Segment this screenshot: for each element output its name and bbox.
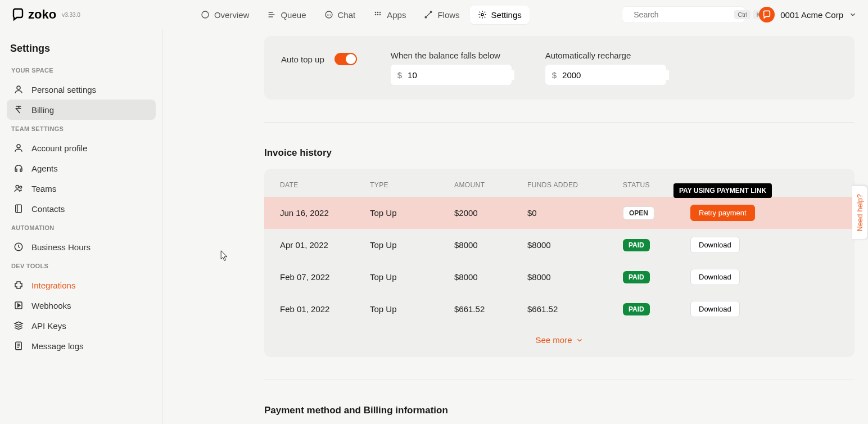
sidebar-item-personal-settings[interactable]: Personal settings	[7, 79, 156, 100]
svg-point-12	[17, 86, 20, 89]
retry-payment-button[interactable]: Retry payment	[690, 205, 755, 221]
nav-apps-label: Apps	[387, 10, 406, 20]
table-row: Jun 16, 2022Top Up$2000$0OPENPAY USING P…	[264, 197, 855, 229]
sidebar-label: Personal settings	[31, 85, 96, 94]
sidebar-item-teams[interactable]: Teams	[7, 178, 156, 199]
download-button[interactable]: Download	[690, 237, 740, 253]
nav-queue[interactable]: Queue	[259, 6, 314, 24]
cell-type: Top Up	[370, 272, 454, 282]
group-your-space: YOUR SPACE	[11, 67, 151, 74]
sidebar-item-integrations[interactable]: Integrations	[7, 275, 156, 295]
group-dev-tools: DEV TOOLS	[11, 263, 151, 269]
sidebar-item-contacts[interactable]: Contacts	[7, 199, 156, 219]
cell-action: Download	[690, 301, 839, 317]
col-date: DATE	[280, 181, 370, 189]
see-more-label: See more	[535, 335, 572, 345]
table-row: Feb 07, 2022Top Up$8000$8000PAIDDownload	[264, 261, 855, 293]
nav-queue-label: Queue	[281, 10, 306, 20]
main-content: Auto top up When the balance falls below…	[163, 29, 868, 424]
sidebar-label: Business Hours	[31, 242, 91, 252]
sidebar-label: Account profile	[31, 143, 87, 153]
threshold-input[interactable]	[408, 70, 514, 80]
sidebar-label: Teams	[31, 184, 56, 193]
invoice-table: DATE TYPE AMOUNT FUNDS ADDED STATUS INVO…	[264, 169, 855, 357]
cell-amount: $8000	[454, 240, 527, 250]
svg-point-0	[202, 11, 209, 18]
sidebar-label: Integrations	[31, 281, 75, 290]
svg-point-6	[377, 14, 379, 16]
cell-date: Apr 01, 2022	[280, 240, 370, 250]
nav-flows[interactable]: Flows	[416, 6, 467, 24]
svg-point-13	[17, 145, 20, 148]
cell-date: Jun 16, 2022	[280, 208, 370, 218]
cell-amount: $661.52	[454, 304, 527, 314]
play-square-icon	[13, 300, 24, 310]
need-help-tab[interactable]: Need help?	[852, 186, 868, 240]
auto-topup-label: Auto top up	[281, 55, 324, 64]
recharge-label: Automatically recharge	[545, 51, 666, 60]
recharge-input-wrap[interactable]: $	[545, 65, 666, 85]
brand-name: zoko	[28, 7, 56, 22]
search-box[interactable]: Ctrl K	[622, 6, 745, 23]
sidebar-item-agents[interactable]: Agents	[7, 158, 156, 178]
see-more-link[interactable]: See more	[264, 325, 855, 347]
cell-funds: $8000	[527, 272, 623, 282]
auto-topup-toggle[interactable]	[334, 53, 357, 65]
brand-logo[interactable]: zoko v3.33.0	[11, 7, 80, 22]
threshold-input-wrap[interactable]: $	[391, 65, 512, 85]
svg-point-4	[379, 12, 381, 13]
payment-section-title: Payment method and Billing information	[264, 405, 855, 416]
nav-settings[interactable]: Settings	[470, 6, 530, 24]
chat-bubble-icon	[762, 10, 771, 19]
sidebar-label: Webhooks	[31, 301, 71, 310]
cell-amount: $8000	[454, 272, 527, 282]
sidebar-label: API Keys	[31, 321, 66, 331]
settings-sidebar: Settings YOUR SPACE Personal settings Bi…	[0, 29, 163, 424]
search-input[interactable]	[634, 10, 732, 19]
download-button[interactable]: Download	[690, 269, 740, 285]
chevron-down-icon	[576, 336, 584, 344]
tooltip: PAY USING PAYMENT LINK	[673, 183, 772, 198]
nav-apps[interactable]: Apps	[365, 6, 414, 24]
svg-point-2	[375, 12, 377, 13]
sidebar-item-message-logs[interactable]: Message logs	[7, 336, 156, 356]
svg-point-5	[375, 14, 377, 16]
auto-topup-panel: Auto top up When the balance falls below…	[264, 36, 855, 100]
svg-point-15	[20, 186, 22, 188]
cell-funds: $8000	[527, 240, 623, 250]
status-badge: OPEN	[623, 206, 654, 220]
sidebar-item-api-keys[interactable]: API Keys	[7, 315, 156, 336]
svg-point-10	[481, 13, 483, 16]
sidebar-item-billing[interactable]: Billing	[7, 100, 156, 120]
sidebar-item-account-profile[interactable]: Account profile	[7, 138, 156, 158]
org-switcher[interactable]: 0001 Acme Corp	[759, 7, 857, 22]
currency-symbol: $	[397, 70, 402, 80]
download-button[interactable]: Download	[690, 301, 740, 317]
sidebar-label: Agents	[31, 164, 58, 173]
kbd-ctrl: Ctrl	[734, 10, 751, 19]
status-badge: PAID	[623, 239, 650, 251]
user-icon	[13, 84, 24, 94]
col-type: TYPE	[370, 181, 454, 189]
apps-icon	[373, 10, 382, 19]
nav-settings-label: Settings	[491, 10, 522, 20]
cell-funds: $661.52	[527, 304, 623, 314]
cell-date: Feb 01, 2022	[280, 304, 370, 314]
nav-overview[interactable]: Overview	[193, 6, 257, 24]
cell-amount: $2000	[454, 208, 527, 218]
cell-status: PAID	[623, 271, 690, 283]
sidebar-item-business-hours[interactable]: Business Hours	[7, 237, 156, 257]
group-automation: AUTOMATION	[11, 224, 151, 231]
chat-bubble-icon	[11, 8, 25, 21]
cell-type: Top Up	[370, 304, 454, 314]
recharge-field: Automatically recharge $	[545, 51, 666, 85]
svg-point-9	[431, 11, 432, 13]
sidebar-label: Contacts	[31, 204, 65, 214]
flows-icon	[424, 10, 433, 19]
stack-icon	[13, 321, 24, 331]
svg-point-3	[377, 12, 379, 13]
puzzle-icon	[13, 280, 24, 290]
sidebar-item-webhooks[interactable]: Webhooks	[7, 295, 156, 315]
recharge-input[interactable]	[562, 70, 669, 80]
nav-chat[interactable]: Chat	[317, 6, 364, 24]
